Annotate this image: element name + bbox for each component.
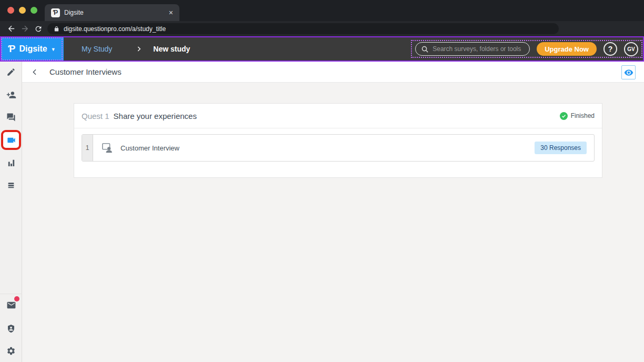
browser-toolbar: digsite.questionpro.com/a/study_title <box>0 21 644 36</box>
breadcrumb: My Study New study <box>82 45 190 53</box>
chevron-down-icon: ▼ <box>51 47 56 52</box>
preview-button[interactable] <box>621 65 636 79</box>
close-window-button[interactable] <box>7 7 14 14</box>
maximize-window-button[interactable] <box>31 7 37 14</box>
address-bar[interactable]: digsite.questionpro.com/a/study_title <box>47 23 559 34</box>
browser-tab[interactable]: Ƥ Digsite × <box>45 4 179 21</box>
interview-icon <box>101 142 114 154</box>
document-icon <box>7 180 15 190</box>
sidebar-item-participants[interactable] <box>5 88 17 101</box>
page-title: Customer Interviews <box>49 67 122 76</box>
responses-badge[interactable]: 30 Responses <box>535 142 587 154</box>
page-titlebar: Customer Interviews <box>22 62 644 83</box>
questionpro-favicon: Ƥ <box>51 8 60 17</box>
header-right-group: Upgrade Now ? GV <box>411 40 642 58</box>
minimize-window-button[interactable] <box>19 7 26 14</box>
eye-icon <box>624 68 633 77</box>
sidebar-item-account[interactable] <box>5 322 17 335</box>
brand-menu[interactable]: Ƥ Digsite ▼ <box>0 36 64 62</box>
tab-close-icon[interactable]: × <box>169 8 173 17</box>
task-name: Customer Interview <box>120 144 179 152</box>
avatar[interactable]: GV <box>624 42 638 56</box>
upgrade-now-button[interactable]: Upgrade Now <box>537 42 597 56</box>
video-camera-icon <box>6 135 16 145</box>
browser-tabstrip: Ƥ Digsite × <box>0 0 644 21</box>
settings-icon <box>6 346 16 356</box>
tab-title: Digsite <box>64 9 169 16</box>
screen: Ƥ Digsite × digsite.questionpro.com/a/st… <box>0 0 644 362</box>
mail-icon <box>6 301 16 309</box>
sidebar-item-reports[interactable] <box>5 156 17 169</box>
search-input[interactable] <box>432 45 524 53</box>
quest-card: Quest 1 Share your experiences Finished … <box>74 103 602 178</box>
bar-chart-icon <box>7 158 16 167</box>
add-participant-icon <box>6 90 16 100</box>
chat-icon <box>6 113 16 122</box>
quest-label: Quest 1 <box>82 112 109 120</box>
sidebar-item-messages[interactable] <box>5 299 17 311</box>
search-icon <box>421 45 429 53</box>
back-icon[interactable] <box>4 24 18 33</box>
quest-title: Share your experiences <box>114 112 197 120</box>
task-number: 1 <box>82 135 93 161</box>
lock-icon <box>54 26 59 32</box>
edit-icon <box>6 67 16 77</box>
global-search[interactable] <box>415 42 530 56</box>
quest-header: Quest 1 Share your experiences Finished <box>74 104 602 128</box>
quest-status: Finished <box>560 112 595 120</box>
back-button[interactable] <box>31 68 39 76</box>
sidebar-item-edit[interactable] <box>5 66 17 78</box>
task-row[interactable]: 1 Customer Interview 30 Responses <box>82 134 595 162</box>
url-text: digsite.questionpro.com/a/study_title <box>64 25 166 33</box>
reload-icon[interactable] <box>32 25 45 33</box>
forward-icon[interactable] <box>18 24 32 33</box>
questionpro-logo-icon: Ƥ <box>8 44 15 55</box>
account-shield-icon <box>6 324 16 334</box>
notification-dot <box>14 296 19 301</box>
status-text: Finished <box>571 112 595 119</box>
main-content: Quest 1 Share your experiences Finished … <box>22 83 644 362</box>
finished-check-icon <box>560 112 568 120</box>
help-button[interactable]: ? <box>603 42 617 56</box>
sidebar-divider <box>0 294 22 294</box>
sidebar-item-documents[interactable] <box>5 179 17 192</box>
sidebar-item-video-active-red-annotation[interactable] <box>1 130 21 150</box>
breadcrumb-my-study[interactable]: My Study <box>82 45 112 53</box>
chevron-right-icon <box>135 45 143 53</box>
chevron-left-icon <box>31 68 39 76</box>
breadcrumb-new-study: New study <box>153 45 190 53</box>
app-header: Ƥ Digsite ▼ My Study New study Upgrade N… <box>0 36 644 62</box>
brand-name: Digsite <box>19 44 47 54</box>
sidebar-item-settings[interactable] <box>5 345 17 357</box>
sidebar <box>0 62 22 362</box>
sidebar-item-discussions[interactable] <box>5 111 17 124</box>
